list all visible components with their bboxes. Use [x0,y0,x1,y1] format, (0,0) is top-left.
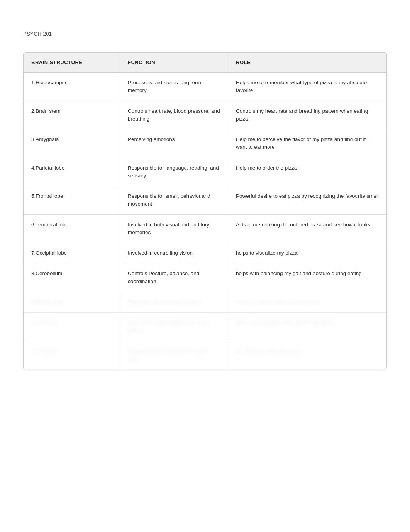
cell-function-11: Responsible for controlling firing of ty… [120,341,228,369]
cell-structure-7: 7.Occipital lobe [24,243,120,263]
cell-function-8: Controls Posture, balance, and coordinat… [120,263,228,292]
col-header-function: FUNCTION [120,53,228,72]
cell-function-5: Responsible for smell, behavior,and move… [120,186,228,214]
cell-structure-11: 11.Thalami [24,341,120,369]
table-row: 3.AmygdalaPerceiving emotionsHelp me to … [24,129,386,158]
page-title: PSYCH 201 [23,31,387,37]
cell-function-2: Controls heart rate, blood pressure, and… [120,101,228,129]
table-row: 5.Frontal lobeResponsible for smell, beh… [24,186,386,215]
cell-function-10: Runs some level frequencies of the patte… [120,313,228,341]
col-header-structure: BRAIN STRUCTURE [24,53,120,72]
cell-function-3: Perceiving emotions [120,129,228,158]
cell-role-5: Powerful desire to eat pizza by recogniz… [228,186,386,214]
cell-structure-5: 5.Frontal lobe [24,186,120,214]
table-header: BRAIN STRUCTURE FUNCTION ROLE [24,53,386,73]
cell-function-1: Processes and stores long term memory [120,73,228,101]
col-header-role: ROLE [228,53,386,72]
cell-structure-6: 6.Temporal lobe [24,215,120,243]
cell-role-3: Help me to perceive the flavor of my piz… [228,129,386,158]
table-row: 9.Middle nodeRegulates emotion and the g… [24,292,386,313]
table-row: 8.CerebellumControls Posture, balance, a… [24,263,386,292]
table-row: 4.Parietal lobeResponsible for language,… [24,158,386,187]
cell-structure-8: 8.Cerebellum [24,263,120,292]
cell-role-8: helps with balancing my gait and posture… [228,263,386,292]
cell-structure-4: 4.Parietal lobe [24,158,120,186]
cell-function-9: Regulates emotion and the gain [120,292,228,312]
table-row: 2.Brain stemControls heart rate, blood p… [24,101,386,130]
cell-role-4: Help me to order the pizza [228,158,386,186]
cell-role-10: Aids in tracking the smell versus the pi… [228,313,386,341]
table-body: 1.HippocampusProcesses and stores long t… [24,73,386,369]
table-row: 7.Occipital lobeInvolved in controlling … [24,243,386,263]
cell-role-11: For the eyes view your pizza [228,341,386,369]
cell-structure-1: 1.Hippocampus [24,73,120,101]
cell-function-4: Responsible for language, reading, and s… [120,158,228,186]
cell-structure-3: 3.Amygdala [24,129,120,158]
table-row: 11.ThalamiResponsible for controlling fi… [24,341,386,369]
cell-structure-2: 2.Brain stem [24,101,120,129]
cell-role-7: helps to visualize my pizza [228,243,386,263]
cell-function-6: Involved in both visual and auditory mem… [120,215,228,243]
cell-role-6: Aids in memorizing the ordered pizza and… [228,215,386,243]
table-row: 10.ParietalRuns some level frequencies o… [24,313,386,341]
table-row: 6.Temporal lobeInvolved in both visual a… [24,215,386,243]
cell-role-2: Controls my heart rate and breathing pat… [228,101,386,129]
cell-role-1: Helps me to remember what type of pizza … [228,73,386,101]
cell-role-9: Connects some lower connections it [228,292,386,312]
cell-structure-9: 9.Middle node [24,292,120,312]
cell-structure-10: 10.Parietal [24,313,120,341]
brain-structure-table: BRAIN STRUCTURE FUNCTION ROLE 1.Hippocam… [23,52,387,369]
cell-function-7: Involved in controlling vision [120,243,228,263]
table-row: 1.HippocampusProcesses and stores long t… [24,73,386,101]
